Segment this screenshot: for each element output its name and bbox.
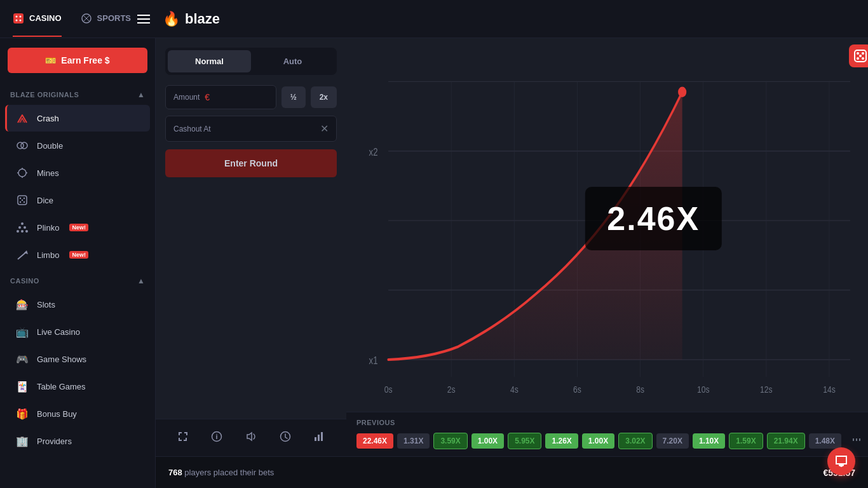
svg-point-18 — [22, 200, 23, 201]
previous-chip[interactable]: 7.20X — [656, 433, 689, 449]
previous-chip[interactable]: 1.10X — [693, 433, 725, 449]
double-btn[interactable]: 2x — [311, 86, 337, 108]
table-games-icon: 🃏 — [15, 379, 29, 393]
earn-icon: 🎫 — [45, 55, 56, 65]
casino-section: CASINO ▲ — [0, 269, 155, 290]
casino-arrow-icon: ▲ — [137, 276, 145, 285]
history-button[interactable] — [276, 427, 295, 449]
svg-point-23 — [21, 230, 24, 233]
svg-point-4 — [20, 19, 22, 21]
chart-button[interactable] — [309, 427, 329, 449]
svg-point-14 — [20, 198, 21, 199]
svg-text:x1: x1 — [369, 355, 378, 366]
svg-point-37 — [862, 57, 864, 60]
previous-section: PREVIOUS 22.46X1.31X3.59X1.00X5.95X1.26X… — [346, 412, 868, 456]
tab-normal[interactable]: Normal — [168, 50, 251, 72]
currency-icon: € — [205, 92, 210, 102]
sidebar-item-double[interactable]: Double — [5, 132, 150, 159]
game-icon[interactable] — [849, 44, 868, 67]
previous-chip[interactable]: 1.59X — [729, 433, 763, 449]
game-shows-label: Game Shows — [37, 355, 86, 364]
logo: 🔥 blaze — [163, 11, 220, 27]
sidebar-item-game-shows[interactable]: 🎮 Game Shows — [5, 346, 150, 372]
bottom-controls: i — [156, 419, 346, 456]
header: CASINO SPORTS 🔥 blaze — [0, 0, 868, 38]
cashout-row: Cashout At ✕ — [165, 116, 337, 142]
blaze-originals-title: BLAZE ORIGINALS — [10, 91, 79, 98]
slots-icon: 🎰 — [15, 297, 29, 311]
sports-nav[interactable]: SPORTS — [81, 1, 131, 37]
providers-label: Providers — [37, 437, 72, 446]
cashout-input-wrap: Cashout At ✕ — [165, 116, 337, 142]
previous-chip[interactable]: 3.59X — [433, 433, 467, 449]
plinko-label: Plinko — [37, 223, 59, 233]
previous-chip[interactable]: 1.48X — [809, 433, 841, 449]
limbo-label: Limbo — [37, 250, 59, 260]
more-chips-icon[interactable] — [845, 431, 868, 450]
svg-text:0s: 0s — [384, 384, 393, 395]
half-btn[interactable]: ½ — [281, 86, 306, 108]
svg-rect-30 — [315, 437, 316, 441]
svg-point-36 — [857, 57, 859, 60]
amount-input[interactable] — [215, 93, 266, 102]
amount-input-wrap: Amount € — [165, 85, 276, 109]
live-casino-icon: 📺 — [15, 325, 29, 339]
svg-point-19 — [21, 222, 24, 225]
svg-point-61 — [678, 87, 686, 97]
svg-text:x2: x2 — [369, 146, 378, 158]
sidebar-item-mines[interactable]: Mines — [5, 159, 150, 186]
earn-label: Earn Free $ — [61, 55, 109, 65]
players-text: players placed their bets — [184, 468, 274, 477]
svg-point-22 — [17, 230, 19, 233]
sidebar-item-live-casino[interactable]: 📺 Live Casino — [5, 318, 150, 345]
previous-chip[interactable]: 21.94X — [767, 433, 805, 449]
previous-chip[interactable]: 3.02X — [618, 433, 652, 449]
sidebar-item-dice[interactable]: Dice — [5, 187, 150, 214]
chart-area: x2 x1 0s 2s 4s 6s 8s 10s 12s 14s — [346, 38, 868, 456]
amount-row: Amount € ½ 2x — [165, 85, 337, 109]
sidebar-item-bonus-buy[interactable]: 🎁 Bonus Buy — [5, 400, 150, 427]
sidebar-item-table-games[interactable]: 🃏 Table Games — [5, 373, 150, 400]
svg-rect-64 — [859, 438, 860, 441]
hamburger-menu[interactable] — [137, 15, 150, 24]
logo-text: blaze — [185, 11, 220, 27]
earn-free-button[interactable]: 🎫 Earn Free $ — [8, 48, 147, 73]
previous-chip[interactable]: 22.46X — [356, 433, 393, 449]
double-icon — [15, 139, 29, 152]
fullscreen-button[interactable] — [173, 427, 193, 449]
svg-point-15 — [24, 201, 25, 203]
previous-chip[interactable]: 5.95X — [508, 433, 541, 449]
enter-round-button[interactable]: Enter Round — [165, 149, 337, 177]
sidebar-item-plinko[interactable]: Plinko New! — [5, 214, 150, 241]
header-left: CASINO SPORTS — [13, 1, 131, 37]
live-casino-label: Live Casino — [37, 327, 80, 337]
bottom-bar: 768 players placed their bets €551.57 — [156, 456, 868, 488]
svg-rect-62 — [853, 438, 854, 441]
svg-point-16 — [24, 198, 25, 199]
main-layout: 🎫 Earn Free $ BLAZE ORIGINALS ▲ Crash Do… — [0, 38, 868, 488]
previous-chip[interactable]: 1.31X — [397, 433, 430, 449]
crash-label: Crash — [37, 114, 59, 123]
mines-label: Mines — [37, 168, 59, 178]
svg-rect-32 — [321, 432, 323, 441]
chat-button[interactable] — [827, 447, 855, 475]
sidebar-item-slots[interactable]: 🎰 Slots — [5, 291, 150, 318]
sidebar-item-limbo[interactable]: Limbo New! — [5, 241, 150, 268]
previous-chip[interactable]: 1.26X — [545, 433, 578, 449]
previous-chip[interactable]: 1.00X — [471, 433, 504, 449]
info-button[interactable]: i — [207, 427, 226, 449]
blaze-originals-section: BLAZE ORIGINALS ▲ — [0, 83, 155, 104]
svg-text:8s: 8s — [636, 384, 644, 395]
svg-text:14s: 14s — [823, 384, 836, 395]
plinko-new-badge: New! — [69, 224, 88, 231]
cashout-clear-icon[interactable]: ✕ — [320, 123, 329, 135]
tab-auto[interactable]: Auto — [251, 50, 334, 72]
previous-chip[interactable]: 1.00X — [582, 433, 614, 449]
sidebar-item-crash[interactable]: Crash — [5, 105, 150, 132]
sidebar-item-providers[interactable]: 🏢 Providers — [5, 428, 150, 454]
svg-point-34 — [857, 52, 859, 55]
casino-nav[interactable]: CASINO — [13, 1, 62, 37]
sound-button[interactable] — [241, 427, 261, 449]
dice-label: Dice — [37, 196, 53, 205]
cashout-label: Cashout At — [173, 125, 211, 133]
